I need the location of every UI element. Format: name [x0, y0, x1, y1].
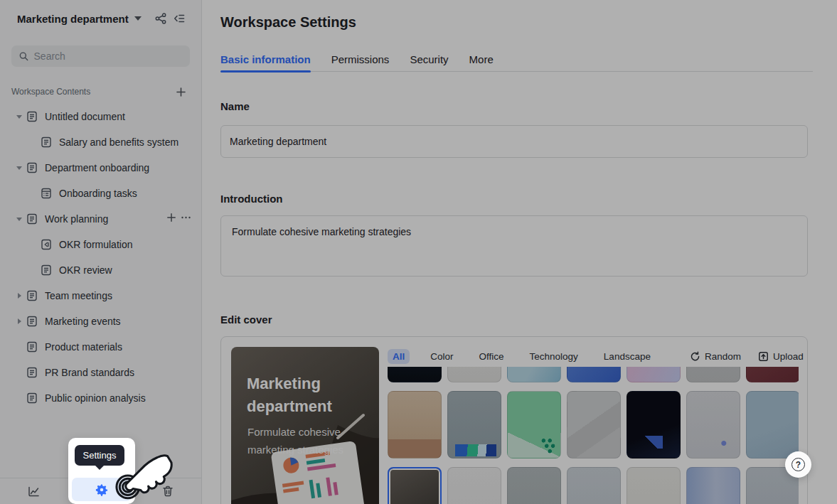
app-window: Marketing department: [0, 0, 837, 504]
help-button[interactable]: ?: [785, 451, 811, 478]
click-hand-icon: [114, 436, 178, 504]
gear-icon: [95, 483, 108, 496]
question-circle-icon: ?: [791, 458, 805, 471]
settings-tooltip-label: Settings: [83, 450, 117, 461]
dim-overlay: [0, 0, 837, 504]
